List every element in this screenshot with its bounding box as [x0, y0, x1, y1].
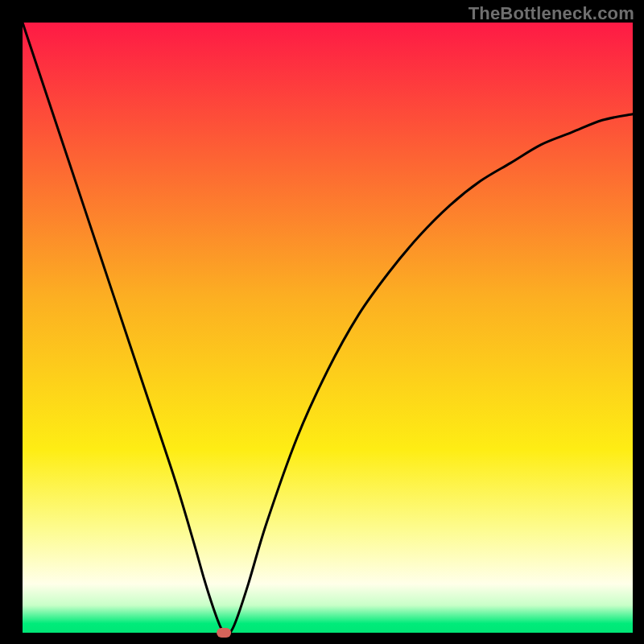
- attribution-text: TheBottleneck.com: [469, 3, 634, 24]
- plot-background: [23, 23, 633, 633]
- chart-frame: TheBottleneck.com: [0, 0, 644, 644]
- bottleneck-chart: [0, 0, 644, 644]
- optimal-marker: [217, 628, 231, 638]
